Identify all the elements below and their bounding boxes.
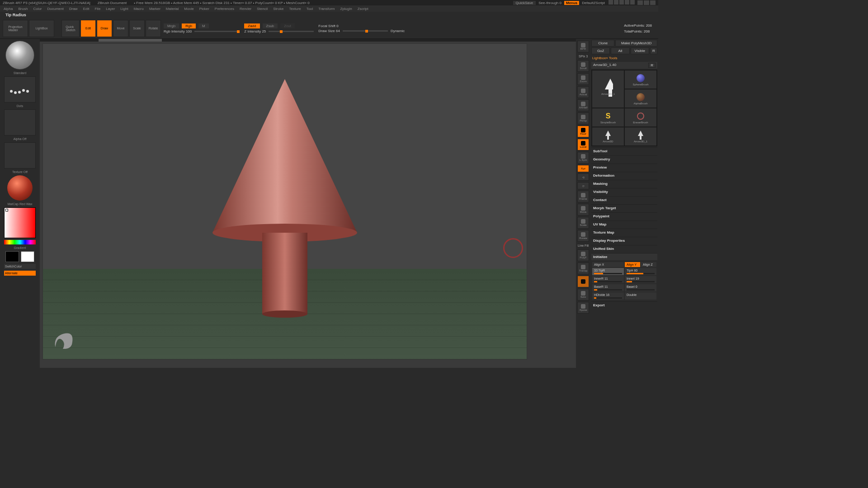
section-polypaint[interactable]: Polypaint	[591, 212, 657, 220]
inner-i-slider[interactable]: InnerI 19	[625, 276, 656, 283]
tool-arrow3d[interactable]: Arrow3D	[592, 127, 624, 145]
goz-r-button[interactable]: R	[650, 47, 657, 54]
dynamic-label[interactable]: Dynamic	[391, 29, 405, 33]
lightbox-tools-link[interactable]: Lightbox» Tools	[591, 55, 657, 61]
horizontal-scroll[interactable]	[40, 39, 576, 42]
draw-size-slider[interactable]: Draw Size 64	[318, 29, 340, 33]
rotate-view-button[interactable]: Rotate	[577, 230, 589, 242]
xyz-button[interactable]: Xyz	[577, 165, 589, 172]
menus-button[interactable]: Menus	[564, 1, 579, 5]
viewport[interactable]	[42, 43, 527, 360]
section-preview[interactable]: Preview	[591, 164, 657, 171]
close-icon[interactable]	[650, 0, 656, 5]
section-texture-map[interactable]: Texture Map	[591, 229, 657, 236]
spix-slider[interactable]: SPix 3	[578, 54, 589, 59]
texture-selector[interactable]	[4, 142, 36, 169]
section-initialize[interactable]: Initialize	[591, 253, 657, 260]
tool-arrow3d-1[interactable]: Arrow3D_1	[625, 127, 656, 145]
solo-button[interactable]: Solo	[577, 289, 589, 300]
menu-texture[interactable]: Texture	[289, 7, 301, 11]
section-display-properties[interactable]: Display Properties	[591, 237, 657, 244]
menu-picker[interactable]: Picker	[199, 7, 209, 11]
menu-zscript[interactable]: Zscript	[358, 7, 368, 11]
transp-button[interactable]: Transp	[577, 263, 589, 274]
quicksave-button[interactable]: QuickSave	[513, 1, 536, 5]
make-polymesh-button[interactable]: Make PolyMesh3D	[615, 40, 657, 47]
rot-z-button[interactable]: ⟳	[577, 182, 589, 189]
menu-transform[interactable]: Transform	[318, 7, 335, 11]
polyf-button[interactable]: PolyF	[577, 249, 589, 261]
tip-height-slider[interactable]: TipH 60	[625, 268, 656, 275]
base-i-slider[interactable]: BaseI 0	[625, 284, 656, 291]
aahalf-button[interactable]: AAHalf	[577, 99, 589, 111]
rgb-button[interactable]: Rgb	[182, 23, 196, 28]
goz-visible-button[interactable]: Visible	[631, 47, 649, 54]
hdivide-slider[interactable]: HDivide 16	[592, 292, 624, 300]
actual-button[interactable]: Actual	[577, 86, 589, 98]
menu-stroke[interactable]: Stroke	[273, 7, 283, 11]
hue-bar[interactable]	[4, 240, 36, 244]
scale-view-button[interactable]: Scale	[577, 217, 589, 229]
menu-preferences[interactable]: Preferences	[215, 7, 234, 11]
tool-eraserbrush[interactable]: EraserBrush	[625, 108, 656, 127]
menu-brush[interactable]: Brush	[18, 7, 28, 11]
floor-button[interactable]: Floor	[577, 126, 589, 137]
menu-zplugin[interactable]: Zplugin	[340, 7, 352, 11]
color-picker[interactable]	[4, 207, 36, 238]
inner-r-slider[interactable]: InnerR 11	[592, 276, 624, 283]
rotate-button[interactable]: Rotate	[146, 20, 161, 37]
draw-button[interactable]: Draw	[97, 20, 112, 37]
align-z-button[interactable]: Align Z	[641, 262, 656, 267]
section-masking[interactable]: Masking	[591, 180, 657, 187]
menu-render[interactable]: Render	[240, 7, 251, 11]
projection-master-button[interactable]: Projection Master	[3, 20, 28, 37]
menu-movie[interactable]: Movie	[184, 7, 193, 11]
menu-color[interactable]: Color	[33, 7, 42, 11]
zsub-button[interactable]: Zsub	[263, 23, 278, 28]
rot-y-button[interactable]: ⟲	[577, 174, 589, 181]
align-x-button[interactable]: Align X	[592, 262, 624, 267]
local-button[interactable]: Local	[577, 139, 589, 150]
menu-edit[interactable]: Edit	[83, 7, 90, 11]
m-button[interactable]: M	[198, 23, 209, 28]
stroke-selector[interactable]	[4, 76, 36, 103]
tool-alphabrush[interactable]: AlphaBrush	[625, 89, 656, 108]
menu-marker[interactable]: Marker	[149, 7, 160, 11]
material-selector[interactable]	[7, 175, 33, 201]
section-export[interactable]: Export	[591, 301, 657, 309]
z-intensity-slider[interactable]: Z Intensity 25	[244, 29, 266, 33]
tool-arrow3d-current[interactable]: Arrow3D_1	[592, 70, 624, 108]
focal-shift-slider[interactable]: Focal Shift 0	[318, 24, 338, 28]
menu-light[interactable]: Light	[120, 7, 128, 11]
menu-stencil[interactable]: Stencil	[257, 7, 268, 11]
menu-tool[interactable]: Tool	[307, 7, 313, 11]
frame-button[interactable]: Frame	[577, 191, 589, 202]
section-morph-target[interactable]: Morph Target	[591, 204, 657, 211]
tool-r-button[interactable]: R	[648, 63, 656, 68]
scroll-button[interactable]: Scroll	[577, 60, 589, 72]
rgb-intensity-slider[interactable]: Rgb Intensity 100	[164, 29, 192, 33]
menu-draw[interactable]: Draw	[69, 7, 78, 11]
xpose-button[interactable]: Xpose	[577, 302, 589, 314]
section-subtool[interactable]: SubTool	[591, 147, 657, 155]
lightbox-button[interactable]: LightBox	[29, 20, 54, 37]
zoom-button[interactable]: Zoom	[577, 73, 589, 85]
gradient-label[interactable]: Gradient	[14, 246, 26, 249]
section-unified-skin[interactable]: Unified Skin	[591, 245, 657, 252]
bpr-button[interactable]: BPR	[577, 41, 589, 52]
ui-config-icons[interactable]	[608, 0, 635, 5]
mrgb-button[interactable]: Mrgb	[164, 23, 179, 28]
minimize-icon[interactable]	[637, 0, 643, 5]
section-geometry[interactable]: Geometry	[591, 155, 657, 163]
goz-button[interactable]: GoZ	[591, 47, 610, 54]
section-deformation[interactable]: Deformation	[591, 172, 657, 179]
seethrough-slider[interactable]: See-through 0	[538, 1, 561, 5]
align-y-button[interactable]: Align Y	[625, 262, 640, 267]
menu-alpha[interactable]: Alpha	[4, 7, 13, 11]
zadd-button[interactable]: Zadd	[244, 23, 259, 28]
double-button[interactable]: Double	[625, 292, 656, 300]
base-r-slider[interactable]: BaseR 11	[592, 284, 624, 291]
lsym-button[interactable]: L.Sym	[577, 152, 589, 164]
ghost-button[interactable]	[577, 276, 589, 287]
move-button[interactable]: Move	[113, 20, 128, 37]
